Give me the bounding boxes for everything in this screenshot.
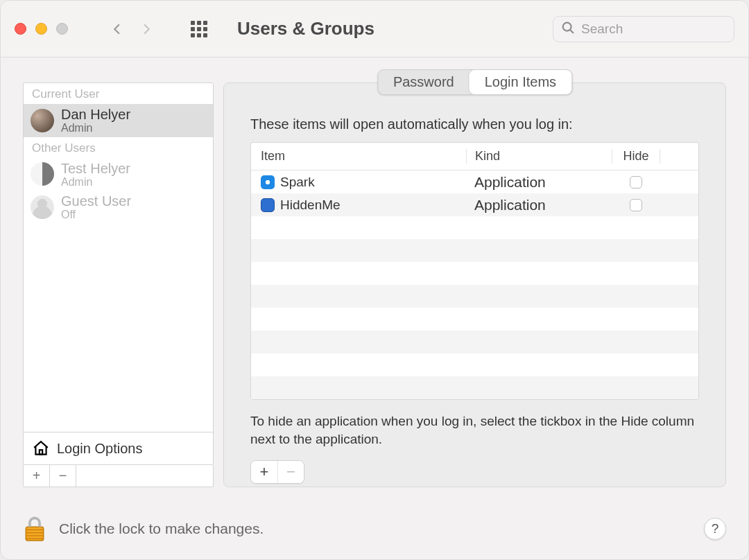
help-button[interactable]: ? — [704, 518, 726, 540]
remove-login-item-button[interactable]: − — [277, 461, 304, 483]
login-items-hint: To hide an application when you log in, … — [250, 412, 699, 448]
hide-checkbox[interactable] — [630, 176, 642, 189]
item-kind: Application — [466, 174, 612, 191]
content: Current User Dan Helyer Admin Other User… — [1, 58, 748, 494]
lock-text: Click the lock to make changes. — [59, 520, 691, 537]
col-kind[interactable]: Kind — [466, 149, 612, 164]
login-items-table: Item Kind Hide SparkApplicationHiddenMeA… — [250, 142, 699, 400]
avatar — [31, 195, 54, 219]
avatar — [31, 109, 54, 132]
sidebar-current-user[interactable]: Dan Helyer Admin — [24, 104, 213, 137]
user-role: Admin — [61, 122, 130, 134]
minimize-window-button[interactable] — [35, 23, 47, 35]
table-row-empty — [251, 308, 698, 331]
close-window-button[interactable] — [15, 23, 26, 35]
avatar — [31, 162, 54, 186]
sidebar-current-header: Current User — [24, 83, 213, 104]
main-panel: Password Login Items These items will op… — [223, 82, 726, 487]
svg-line-1 — [570, 29, 573, 32]
user-role: Off — [61, 209, 131, 221]
forward-button[interactable] — [132, 15, 161, 43]
back-button[interactable] — [103, 15, 132, 43]
table-row[interactable]: SparkApplication — [251, 170, 698, 193]
table-row-empty — [251, 216, 698, 239]
hide-checkbox[interactable] — [630, 199, 642, 211]
app-icon — [261, 198, 275, 212]
add-user-button[interactable]: + — [24, 465, 50, 487]
sidebar-wrap: Current User Dan Helyer Admin Other User… — [23, 82, 214, 487]
table-row-empty — [251, 331, 698, 353]
table-row-empty — [251, 239, 698, 262]
login-items-add-remove: + − — [250, 460, 304, 484]
sidebar-other-user[interactable]: Test Helyer Admin — [24, 158, 213, 191]
user-role: Admin — [61, 176, 130, 189]
window-title: Users & Groups — [237, 18, 546, 40]
user-name: Dan Helyer — [61, 107, 130, 122]
footer: Click the lock to make changes. ? — [23, 515, 726, 543]
login-options-label: Login Options — [57, 441, 142, 457]
toolbar: Users & Groups — [1, 1, 748, 58]
table-row-empty — [251, 376, 698, 399]
item-name: Spark — [280, 175, 315, 190]
user-name: Guest User — [61, 193, 131, 209]
table-header: Item Kind Hide — [251, 143, 698, 170]
table-row-empty — [251, 285, 698, 308]
add-login-item-button[interactable]: + — [251, 461, 277, 483]
sidebar-guest-user[interactable]: Guest User Off — [24, 191, 213, 224]
preferences-window: Users & Groups Current User Dan Helyer A… — [0, 0, 749, 560]
remove-user-button[interactable]: − — [50, 465, 76, 487]
lock-icon[interactable] — [23, 515, 46, 543]
window-controls — [15, 23, 68, 35]
table-row-empty — [251, 262, 698, 285]
table-row-empty — [251, 353, 698, 376]
tab-login-items[interactable]: Login Items — [470, 70, 571, 94]
nav-buttons — [103, 15, 161, 43]
user-name: Test Helyer — [61, 161, 130, 176]
tab-password[interactable]: Password — [378, 70, 470, 94]
item-kind: Application — [466, 197, 612, 213]
zoom-window-button[interactable] — [56, 23, 68, 35]
sidebar-add-remove: + − — [23, 465, 214, 487]
col-hide[interactable]: Hide — [612, 149, 660, 164]
table-row[interactable]: HiddenMeApplication — [251, 193, 698, 216]
show-all-prefs-button[interactable] — [189, 19, 209, 40]
app-icon — [261, 175, 275, 189]
svg-rect-2 — [40, 450, 42, 455]
item-name: HiddenMe — [280, 198, 341, 213]
search-input[interactable] — [581, 21, 746, 37]
tab-bar: Password Login Items — [377, 69, 572, 95]
user-sidebar: Current User Dan Helyer Admin Other User… — [23, 82, 214, 465]
table-body: SparkApplicationHiddenMeApplication — [251, 170, 698, 399]
sidebar-other-header: Other Users — [24, 137, 213, 158]
search-icon — [560, 20, 576, 38]
login-items-intro: These items will open automatically when… — [250, 116, 699, 132]
house-icon — [32, 439, 50, 457]
col-item[interactable]: Item — [251, 149, 466, 164]
login-options-button[interactable]: Login Options — [24, 432, 213, 464]
search-field-wrap — [553, 16, 734, 42]
